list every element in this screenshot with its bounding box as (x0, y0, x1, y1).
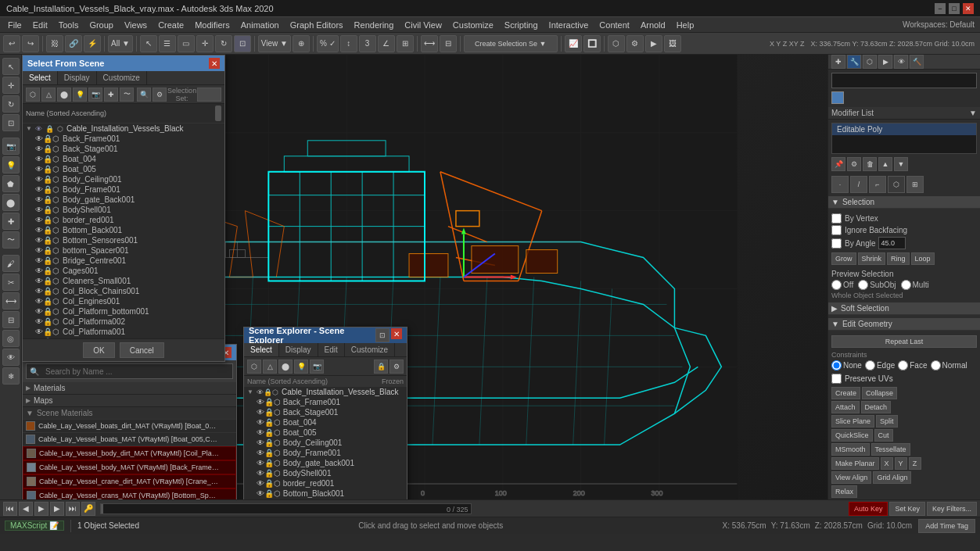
subobj-edge[interactable]: / (850, 176, 867, 193)
by-angle-check[interactable] (831, 238, 842, 249)
tab-display[interactable]: Display (58, 71, 97, 84)
tb-selset-input[interactable] (197, 88, 221, 102)
lt-isolate[interactable]: ◎ (2, 330, 20, 347)
add-time-tag-btn[interactable]: Add Time Tag (918, 519, 975, 533)
lt-freeze[interactable]: ❄ (2, 367, 20, 385)
lt-camera[interactable]: 📷 (2, 138, 20, 155)
attach-btn[interactable]: Attach (831, 401, 860, 413)
curve-editor[interactable]: 📈 (565, 35, 582, 52)
se-list-item[interactable]: 👁🔒⬡ Boat_004 (244, 417, 407, 428)
lt-move[interactable]: ✛ (2, 77, 20, 94)
by-vertex-check[interactable] (831, 213, 842, 224)
view-align-btn[interactable]: View Align (831, 471, 871, 484)
scene-materials-header[interactable]: ▼ Scene Materials (23, 407, 236, 420)
tb-cameras[interactable]: 📷 (88, 88, 102, 102)
se-root[interactable]: ▼ 👁🔒⬡ Cable_Installation_Vessels_Black (244, 387, 407, 397)
render-setup[interactable]: ⚙ (626, 35, 644, 52)
se-list-item[interactable]: 👁🔒⬡ Body_Ceiling001 (244, 438, 407, 448)
select-scale[interactable]: ⊡ (234, 35, 251, 52)
se-lock[interactable]: 🔒 (374, 360, 388, 374)
go-end-btn[interactable]: ⏭ (66, 502, 80, 516)
lt-helper[interactable]: ✚ (2, 213, 20, 230)
lt-geo[interactable]: ⬟ (2, 175, 20, 192)
se-list-item[interactable]: 👁🔒⬡ Back_Stage001 (244, 407, 407, 417)
tb-spacewarps[interactable]: 〜 (120, 88, 134, 102)
cut-btn[interactable]: Cut (874, 429, 893, 442)
se-list-item[interactable]: 👁🔒⬡ Body_Frame001 (244, 448, 407, 458)
align-button[interactable]: ⊟ (440, 35, 457, 52)
key-mode-btn[interactable]: 🔑 (81, 502, 95, 516)
cancel-button[interactable]: Cancel (120, 342, 164, 358)
se-tab-edit[interactable]: Edit (318, 343, 345, 356)
se-tab-display[interactable]: Display (279, 343, 318, 356)
grid-align-btn[interactable]: Grid Align (873, 471, 911, 484)
mat-search-input[interactable] (42, 367, 232, 376)
utilities-tab[interactable]: 🔨 (910, 55, 924, 69)
x-btn[interactable]: X (881, 457, 893, 470)
preview-subobj-radio[interactable] (858, 280, 868, 290)
list-item[interactable]: 👁🔒⬡ Bottom_Back001 (23, 225, 224, 235)
list-item[interactable]: 👁🔒⬡ Col_Platforma002 (23, 317, 224, 327)
schematic-view[interactable]: 🔳 (583, 35, 601, 52)
list-item[interactable]: 👁🔒⬡ Back_Stage001 (23, 144, 224, 154)
scene-explorer-close[interactable]: ✕ (391, 328, 402, 339)
next-frame-btn[interactable]: ▶ (50, 502, 64, 516)
lt-knife[interactable]: ✂ (2, 274, 20, 291)
constraint-normal-radio[interactable] (931, 360, 941, 370)
snap-scale[interactable]: ⊞ (397, 35, 414, 52)
edit-geometry-rollout[interactable]: ▼ Edit Geometry (828, 318, 980, 331)
se-list-item[interactable]: 👁🔒⬡ BodyShell001 (244, 468, 407, 478)
lt-select[interactable]: ↖ (2, 58, 20, 75)
se-list-item[interactable]: 👁🔒⬡ Bottom_Sensores001 (244, 499, 407, 499)
select-scene-titlebar[interactable]: Select From Scene ✕ (23, 55, 224, 71)
maximize-button[interactable]: □ (949, 3, 960, 14)
snap-3d[interactable]: 3 (359, 35, 376, 52)
tessellate-btn[interactable]: Tessellate (871, 443, 910, 456)
se-geo[interactable]: △ (263, 360, 277, 374)
mod-remove[interactable]: 🗑 (863, 157, 877, 171)
selection-rollout[interactable]: ▼ Selection (828, 196, 980, 209)
mat-item[interactable]: Cable_Lay_Vessel_body_MAT (VRayMtl) [Bac… (23, 460, 236, 474)
list-item[interactable]: 👁🔒⬡ Back_Frame001 (23, 134, 224, 144)
motion-tab[interactable]: ▶ (878, 55, 892, 69)
menu-scripting[interactable]: Scripting (500, 19, 543, 31)
y-btn[interactable]: Y (895, 457, 907, 470)
angle-snap[interactable]: ∠ (378, 35, 395, 52)
ok-button[interactable]: OK (83, 342, 114, 358)
tb-geo[interactable]: △ (41, 88, 56, 102)
se-list-item[interactable]: 👁🔒⬡ Boat_005 (244, 428, 407, 438)
hierarchy-tab[interactable]: ⬡ (863, 55, 877, 69)
lt-spacewarp[interactable]: 〜 (2, 231, 20, 249)
detach-btn[interactable]: Detach (861, 401, 892, 413)
menu-rendering[interactable]: Rendering (350, 19, 399, 31)
list-item[interactable]: 👁🔒⬡ Col_Platform_bottom001 (23, 306, 224, 317)
subobj-element[interactable]: ⊞ (906, 176, 924, 193)
mat-item[interactable]: Cable_Lay_Vessel_boats_dirt_MAT (VRayMtl… (23, 420, 236, 433)
tb-helpers[interactable]: ✚ (104, 88, 118, 102)
constraint-edge-radio[interactable] (865, 360, 875, 370)
se-restore[interactable]: ⊡ (375, 328, 389, 342)
modifier-editable-poly[interactable]: Editable Poly (832, 123, 976, 135)
spinner-snap[interactable]: ↕ (340, 35, 357, 52)
ignore-backfacing-check[interactable] (831, 225, 842, 235)
makeplanar-btn[interactable]: Make Planar (831, 457, 879, 470)
render-frame[interactable]: ▶ (645, 35, 662, 52)
mat-item[interactable]: Cable_Lay_Vessel_body_dirt_MAT (VRayMtl)… (23, 446, 236, 460)
auto-key-btn[interactable]: Auto Key (849, 502, 888, 516)
tb-all[interactable]: ⬡ (26, 88, 40, 102)
render-view[interactable]: 🖼 (664, 35, 681, 52)
menu-tools[interactable]: Tools (54, 19, 84, 31)
scene-explorer-titlebar[interactable]: Scene Explorer - Scene Explorer ⊡ ✕ (244, 327, 407, 343)
list-item[interactable]: 👁🔒⬡ Bridge_Centre001 (23, 256, 224, 266)
preview-multi-radio[interactable] (901, 280, 911, 290)
prev-frame-btn[interactable]: ◀ (19, 502, 33, 516)
maps-section[interactable]: ▶ Maps (23, 395, 236, 407)
mod-move-down[interactable]: ▼ (894, 157, 908, 171)
tab-customize[interactable]: Customize (97, 71, 147, 84)
list-item[interactable]: 👁🔒⬡ Body_Frame001 (23, 184, 224, 195)
menu-customize[interactable]: Customize (448, 19, 498, 31)
se-tab-select[interactable]: Select (244, 343, 279, 356)
constraint-none-radio[interactable] (831, 360, 842, 370)
list-item[interactable]: 👁🔒⬡ Col_Platforma001 (23, 327, 224, 337)
list-item[interactable]: 👁🔒⬡ Body_Ceiling001 (23, 174, 224, 184)
